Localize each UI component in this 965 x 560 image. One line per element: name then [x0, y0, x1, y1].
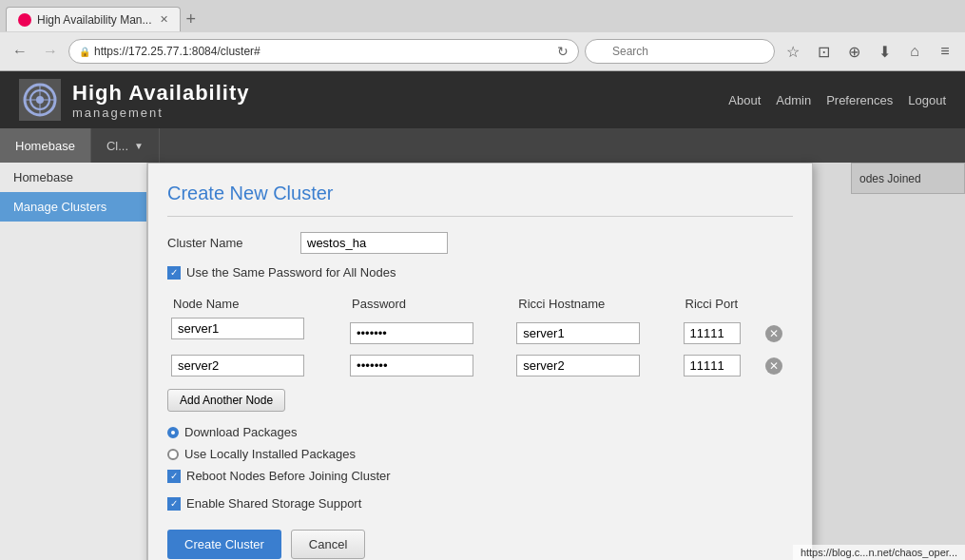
shared-storage-row: ✓ Enable Shared Storage Support — [167, 496, 793, 511]
sidebar-item-manage-clusters[interactable]: Manage Clusters — [0, 192, 146, 222]
node-password-2[interactable] — [350, 355, 473, 377]
pocket-button[interactable]: ⊕ — [841, 39, 866, 64]
nav-homebase[interactable]: Homebase — [0, 128, 91, 163]
active-tab[interactable]: High Availability Man... ✕ — [6, 7, 181, 31]
sidebar-item-homebase[interactable]: Homebase — [0, 163, 146, 192]
new-tab-button[interactable]: + — [186, 10, 197, 28]
download-packages-row: Download Packages — [167, 425, 793, 439]
chevron-down-icon: ▼ — [134, 141, 144, 151]
col-ricci-hostname: Ricci Hostname — [512, 293, 679, 315]
sidebar: Homebase Manage Clusters — [0, 163, 147, 560]
app-logo: High Availability management — [19, 79, 250, 121]
download-packages-radio[interactable] — [167, 427, 179, 438]
close-tab-button[interactable]: ✕ — [160, 13, 168, 26]
browser-chrome: High Availability Man... ✕ + ← → 🔒 https… — [0, 0, 965, 71]
node-name-1[interactable] — [171, 318, 304, 339]
create-cluster-button[interactable]: Create Cluster — [167, 530, 281, 559]
app-nav-links: About Admin Preferences Logout — [728, 93, 946, 107]
logo-icon — [19, 79, 61, 121]
node-port-2[interactable] — [684, 355, 741, 377]
address-bar[interactable]: 🔒 https://172.25.77.1:8084/cluster# ↻ — [68, 39, 579, 64]
modal-overlay: Create New Cluster Cluster Name ✓ Use th… — [147, 163, 965, 560]
cluster-name-label: Cluster Name — [167, 236, 300, 250]
home-button[interactable]: ⌂ — [902, 39, 927, 64]
search-container: 🔍 — [585, 39, 775, 64]
logo-text: High Availability management — [72, 81, 250, 120]
add-node-button[interactable]: Add Another Node — [167, 389, 285, 412]
app-header: High Availability management About Admin… — [0, 71, 965, 128]
preferences-link[interactable]: Preferences — [826, 93, 893, 107]
col-password: Password — [346, 293, 512, 315]
nav-bar: ← → 🔒 https://172.25.77.1:8084/cluster# … — [0, 32, 965, 70]
back-button[interactable]: ← — [8, 39, 32, 64]
node-table: Node Name Password Ricci Hostname Ricci … — [167, 293, 793, 379]
local-packages-radio[interactable] — [167, 449, 179, 460]
node-name-2[interactable] — [171, 355, 304, 377]
tab-title: High Availability Man... — [37, 13, 152, 27]
shared-storage-label: Enable Shared Storage Support — [186, 496, 361, 511]
bookmark-button[interactable]: ☆ — [781, 39, 805, 64]
main-content: odes Joined Create New Cluster Cluster N… — [147, 163, 965, 560]
status-url: https://blog.c...n.net/chaos_oper... — [801, 547, 957, 558]
admin-link[interactable]: Admin — [776, 93, 811, 107]
search-input[interactable] — [585, 39, 775, 64]
reader-button[interactable]: ⊡ — [811, 39, 836, 64]
forward-button[interactable]: → — [38, 39, 63, 64]
create-cluster-modal: Create New Cluster Cluster Name ✓ Use th… — [147, 163, 813, 560]
node-row-1: ✕ — [167, 315, 793, 352]
logout-link[interactable]: Logout — [908, 93, 946, 107]
lock-icon: 🔒 — [79, 47, 90, 57]
about-link[interactable]: About — [728, 93, 761, 107]
same-password-label: Use the Same Password for All Nodes — [186, 265, 396, 280]
tab-favicon — [18, 13, 31, 27]
remove-node-1-button[interactable]: ✕ — [765, 325, 782, 342]
col-node-name: Node Name — [167, 293, 346, 315]
node-row-2: ✕ — [167, 352, 793, 379]
cluster-name-row: Cluster Name — [167, 232, 793, 254]
tab-bar: High Availability Man... ✕ + — [0, 0, 965, 32]
local-packages-row: Use Locally Installed Packages — [167, 447, 793, 461]
modal-footer: Create Cluster Cancel — [167, 530, 793, 559]
download-packages-label: Download Packages — [184, 425, 298, 439]
local-packages-label: Use Locally Installed Packages — [184, 447, 356, 461]
reboot-checkbox[interactable]: ✓ — [167, 470, 181, 483]
same-password-checkbox[interactable]: ✓ — [167, 266, 181, 280]
col-ricci-port: Ricci Port — [680, 293, 762, 315]
remove-node-2-button[interactable]: ✕ — [765, 357, 782, 375]
nav-clusters[interactable]: Cl... ▼ — [91, 128, 160, 163]
node-hostname-2[interactable] — [516, 355, 640, 377]
status-bar: https://blog.c...n.net/chaos_oper... — [793, 545, 965, 560]
download-button[interactable]: ⬇ — [872, 39, 897, 64]
reboot-row: ✓ Reboot Nodes Before Joining Cluster — [167, 469, 793, 483]
reboot-label: Reboot Nodes Before Joining Cluster — [186, 469, 391, 483]
app-nav-bar: Homebase Cl... ▼ — [0, 128, 965, 163]
node-password-1[interactable] — [350, 322, 473, 344]
app-content: Homebase Manage Clusters odes Joined Cre… — [0, 163, 965, 560]
logo-main: High Availability — [72, 81, 250, 106]
node-hostname-1[interactable] — [516, 322, 640, 344]
logo-sub: management — [72, 106, 250, 120]
modal-title: Create New Cluster — [167, 183, 793, 217]
same-password-row: ✓ Use the Same Password for All Nodes — [167, 265, 793, 280]
cluster-name-input[interactable] — [300, 232, 448, 254]
reload-button[interactable]: ↻ — [557, 44, 569, 59]
cancel-button[interactable]: Cancel — [291, 530, 365, 559]
shared-storage-checkbox[interactable]: ✓ — [167, 497, 181, 511]
menu-button[interactable]: ≡ — [933, 39, 957, 64]
node-port-1[interactable] — [684, 322, 741, 344]
address-text: https://172.25.77.1:8084/cluster# — [94, 45, 261, 58]
